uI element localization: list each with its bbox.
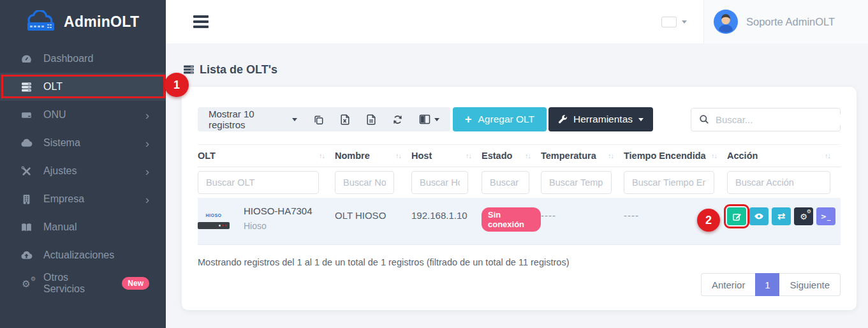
logo-cloud-olt-icon <box>24 10 59 33</box>
add-olt-button[interactable]: + Agregar OLT <box>453 107 547 131</box>
spain-flag-icon <box>662 17 676 27</box>
filter-tiempo-input[interactable] <box>624 171 714 194</box>
sidebar-item-label: Empresa <box>43 193 84 205</box>
pagination-page-1[interactable]: 1 <box>755 273 779 296</box>
sort-icon: ↑↓ <box>395 152 401 160</box>
olt-model: HIOSO-HA7304 <box>244 205 313 216</box>
new-badge: New <box>122 277 149 290</box>
pagination-next[interactable]: Siguiente <box>779 273 841 296</box>
sidebar-item-dashboard[interactable]: Dashboard <box>0 45 166 73</box>
sidebar-item-label: Otros Servicios <box>43 272 105 295</box>
app-logo[interactable]: AdminOLT <box>0 0 166 43</box>
chevron-right-icon: › <box>145 193 149 205</box>
chevron-right-icon: › <box>145 137 149 149</box>
filter-host-input[interactable] <box>411 171 468 194</box>
column-header-nombre[interactable]: Nombre↑↓ <box>335 151 411 161</box>
sidebar-item-label: Actualizaciones <box>43 250 114 261</box>
sidebar-item-label: Manual <box>43 221 77 233</box>
language-dropdown[interactable] <box>662 17 703 27</box>
terminal-icon: >_ <box>821 212 832 221</box>
table-toolbar: Mostrar 10 registros <box>198 107 841 131</box>
transfer-button[interactable]: ⇄ <box>772 207 791 225</box>
plus-icon: + <box>465 114 472 125</box>
column-visibility-button[interactable] <box>419 114 439 124</box>
book-icon <box>20 221 33 234</box>
filter-nombre-input[interactable] <box>335 171 394 194</box>
user-menu[interactable]: Soporte AdminOLT <box>703 0 868 43</box>
sidebar-item-actualizaciones[interactable]: Actualizaciones <box>0 241 166 269</box>
olt-vendor: Hioso <box>244 221 313 231</box>
sidebar-item-label: OLT <box>43 81 63 93</box>
sort-icon: ↑↓ <box>525 152 531 160</box>
pagination-previous[interactable]: Anterior <box>701 273 756 296</box>
filter-estado-input[interactable] <box>482 171 529 194</box>
settings-button[interactable]: ⚙⚙ <box>794 207 813 225</box>
table-filter-row <box>198 167 841 198</box>
annotation-marker-2: 2 <box>697 209 720 232</box>
olt-table: OLT↑↓ Nombre↑↓ Host↑↓ Estado↑↓ Temperatu… <box>198 144 841 245</box>
export-file-button[interactable] <box>366 114 376 125</box>
brand-name: AdminOLT <box>64 13 139 31</box>
table-info: Mostrando registros del 1 al 1 de un tot… <box>198 257 841 267</box>
avatar <box>714 10 738 34</box>
column-header-olt[interactable]: OLT↑↓ <box>198 151 335 161</box>
sidebar-item-label: Ajustes <box>43 165 77 177</box>
refresh-button[interactable] <box>392 114 403 125</box>
sidebar: AdminOLT Dashboard OLT ONU › Sistema <box>0 0 166 328</box>
edit-button[interactable] <box>727 207 746 225</box>
export-excel-button[interactable] <box>340 114 350 125</box>
olt-list-card: Mostrar 10 registros <box>182 87 857 310</box>
wrench-icon <box>558 115 568 124</box>
column-header-tiempo-encendida[interactable]: Tiempo Encendida↑↓ <box>624 151 727 161</box>
filter-accion-input[interactable] <box>727 171 830 194</box>
sidebar-item-onu[interactable]: ONU › <box>0 101 166 129</box>
terminal-button[interactable]: >_ <box>816 207 835 225</box>
server-icon <box>183 64 195 75</box>
gear-icon: ⚙ <box>807 209 811 214</box>
page-title: Lista de OLT's <box>183 63 868 77</box>
sidebar-item-ajustes[interactable]: Ajustes › <box>0 157 166 185</box>
sidebar-item-sistema[interactable]: Sistema › <box>0 129 166 157</box>
column-header-estado[interactable]: Estado↑↓ <box>482 151 541 161</box>
olt-device-image: HIOSO <box>198 208 230 229</box>
topbar: Soporte AdminOLT <box>166 0 868 43</box>
building-icon <box>20 193 33 205</box>
column-header-temperatura[interactable]: Temperatura↑↓ <box>541 151 624 161</box>
chevron-down-icon <box>682 20 687 26</box>
cloud-upload-icon <box>20 250 33 262</box>
sidebar-item-label: Sistema <box>43 137 80 149</box>
gauge-icon <box>20 53 33 65</box>
chevron-right-icon: › <box>145 109 149 121</box>
column-header-accion[interactable]: Acción↑↓ <box>727 151 841 161</box>
sort-icon: ↑↓ <box>319 152 325 160</box>
chevron-down-icon <box>638 118 644 124</box>
filter-olt-input[interactable] <box>198 171 319 194</box>
chevron-down-icon <box>434 118 439 124</box>
sidebar-item-label: Dashboard <box>43 53 93 64</box>
table-row: HIOSO HIOSO-HA7304 Hioso OLT HIOSO 192.1… <box>198 198 841 245</box>
menu-toggle-button[interactable] <box>193 15 209 28</box>
main-content: Lista de OLT's Mostrar 10 registros <box>166 43 868 328</box>
search-box <box>691 108 841 131</box>
filter-temperatura-input[interactable] <box>541 171 612 194</box>
cell-host: 192.168.1.10 <box>411 198 482 221</box>
sort-icon: ↑↓ <box>466 152 471 160</box>
column-header-host[interactable]: Host↑↓ <box>411 151 482 161</box>
copy-button[interactable] <box>313 114 324 125</box>
pagination: Anterior 1 Siguiente <box>198 273 841 296</box>
cell-nombre: OLT HIOSO <box>335 198 411 221</box>
device-icon <box>20 109 33 121</box>
view-button[interactable] <box>749 207 769 225</box>
cloud-icon <box>20 137 33 149</box>
sidebar-item-otros-servicios[interactable]: ⚙⚙ Otros Servicios New <box>0 269 166 297</box>
gears-icon: ⚙⚙ <box>20 279 33 288</box>
sidebar-item-manual[interactable]: Manual <box>0 213 166 241</box>
chevron-right-icon: › <box>145 165 149 177</box>
sort-icon: ↑↓ <box>608 152 614 160</box>
annotation-marker-1: 1 <box>165 73 189 97</box>
sidebar-item-olt[interactable]: OLT <box>0 73 166 101</box>
sidebar-item-empresa[interactable]: Empresa › <box>0 185 166 213</box>
search-input[interactable] <box>716 114 842 125</box>
tools-dropdown-button[interactable]: Herramientas <box>548 107 653 131</box>
page-length-dropdown[interactable]: Mostrar 10 registros <box>209 108 297 130</box>
